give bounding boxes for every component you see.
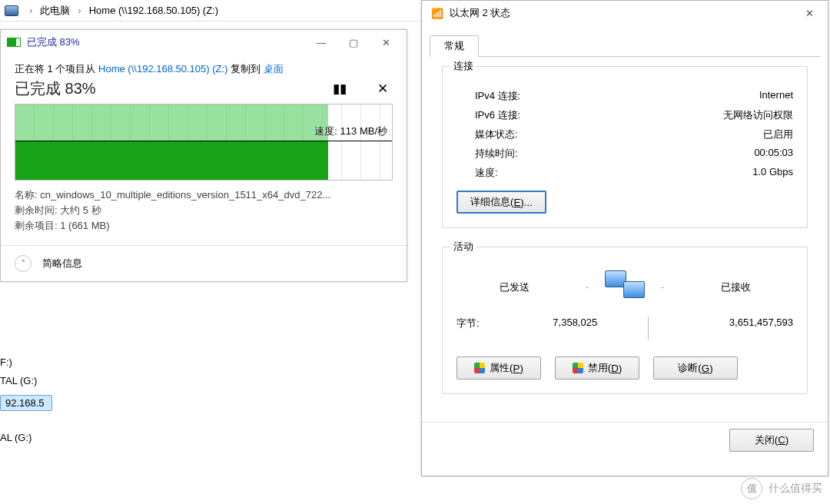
ipv6-label: IPv6 连接: <box>456 108 520 122</box>
duration-label: 持续时间: <box>456 147 518 161</box>
sent-label: 已发送 <box>456 280 572 294</box>
chevron-right-icon: › <box>29 5 32 16</box>
breadcrumb-location[interactable]: Home (\\192.168.50.105) (Z:) <box>89 5 218 16</box>
copy-time-remaining: 剩余时间: 大约 5 秒 <box>15 204 393 217</box>
sidebar-item-f[interactable]: F:) <box>0 356 48 368</box>
shield-icon <box>573 363 583 373</box>
bytes-sent-value: 7,358,025 <box>503 317 648 340</box>
copy-line-mid: 复制到 <box>227 63 263 75</box>
activity-legend: 活动 <box>450 240 476 252</box>
network-icon: 📶 <box>431 8 443 19</box>
cancel-copy-button[interactable]: ✕ <box>373 80 393 98</box>
watermark-text: 什么值得买 <box>769 482 822 496</box>
link-speed-value: 1.0 Gbps <box>752 166 793 180</box>
close-dialog-button[interactable]: 关闭(C) <box>729 429 814 452</box>
minimize-button[interactable]: — <box>305 32 337 53</box>
copy-source-dest-line: 正在将 1 个项目从 Home (\\192.168.50.105) (Z:) … <box>15 62 393 76</box>
media-state-value: 已启用 <box>763 128 793 141</box>
speed-value-label: 速度: 113 MB/秒 <box>314 124 387 138</box>
sidebar-item-al-g[interactable]: AL (G:) <box>0 432 48 443</box>
activity-group: 活动 已发送 已接收 字节: 7,358,025 3,651,457,593 属… <box>442 247 808 394</box>
brief-info-toggle[interactable]: ˄ 简略信息 <box>1 245 407 281</box>
progress-icon <box>7 38 21 47</box>
diagnose-button[interactable]: 诊断(G) <box>653 356 738 380</box>
properties-button[interactable]: 属性(P) <box>456 356 541 380</box>
pc-icon <box>5 5 18 16</box>
ethernet-dialog-title: 以太网 2 状态 <box>450 6 794 20</box>
explorer-address-bar[interactable]: › 此电脑 › Home (\\192.168.50.105) (Z:) <box>0 0 430 22</box>
network-computers-icon <box>603 269 647 306</box>
bytes-label: 字节: <box>456 317 503 340</box>
sidebar-item-network-z[interactable]: 92.168.5 <box>0 395 52 411</box>
ipv4-label: IPv4 连接: <box>456 89 520 103</box>
received-label: 已接收 <box>678 280 793 294</box>
connection-group: 连接 IPv4 连接:Internet IPv6 连接:无网络访问权限 媒体状态… <box>442 66 808 228</box>
close-button[interactable]: ✕ <box>794 2 825 24</box>
details-button[interactable]: 详细信息(E)... <box>456 191 546 214</box>
copy-line-prefix: 正在将 1 个项目从 <box>15 63 98 75</box>
copy-dialog-title: 已完成 83% <box>27 35 305 49</box>
ipv6-value: 无网络访问权限 <box>723 108 793 122</box>
shield-icon <box>474 363 485 373</box>
copy-progress-label: 已完成 83% <box>15 78 96 99</box>
file-copy-dialog: 已完成 83% — ▢ ✕ 正在将 1 个项目从 Home (\\192.168… <box>0 29 407 282</box>
link-speed-label: 速度: <box>456 166 498 180</box>
copy-items-remaining: 剩余项目: 1 (661 MB) <box>15 219 393 233</box>
brief-info-label: 简略信息 <box>42 257 82 270</box>
close-button[interactable]: ✕ <box>370 32 402 53</box>
tab-general[interactable]: 常规 <box>430 35 479 57</box>
disable-button[interactable]: 禁用(D) <box>555 356 639 380</box>
bytes-received-value: 3,651,457,593 <box>649 317 794 340</box>
ipv4-value: Internet <box>759 89 793 103</box>
duration-value: 00:05:03 <box>754 147 793 161</box>
copy-file-name: 名称: cn_windows_10_multiple_editions_vers… <box>15 188 393 202</box>
watermark-logo-icon: 值 <box>741 478 762 499</box>
speed-graph: 速度: 113 MB/秒 <box>15 104 393 181</box>
sidebar-item-tal-g[interactable]: TAL (G:) <box>0 375 48 386</box>
chevron-up-icon: ˄ <box>15 255 32 272</box>
connection-legend: 连接 <box>450 60 476 71</box>
media-state-label: 媒体状态: <box>456 128 518 141</box>
breadcrumb-this-pc[interactable]: 此电脑 <box>40 4 70 18</box>
maximize-button[interactable]: ▢ <box>337 32 370 53</box>
copy-source-link[interactable]: Home (\\192.168.50.105) (Z:) <box>98 63 227 75</box>
chevron-right-icon: › <box>78 5 81 16</box>
copy-dest-link[interactable]: 桌面 <box>264 63 284 75</box>
pause-button[interactable]: ▮▮ <box>328 80 351 98</box>
watermark: 值 什么值得买 <box>741 478 822 499</box>
ethernet-status-dialog: 📶 以太网 2 状态 ✕ 常规 连接 IPv4 连接:Internet IPv6… <box>421 0 828 476</box>
